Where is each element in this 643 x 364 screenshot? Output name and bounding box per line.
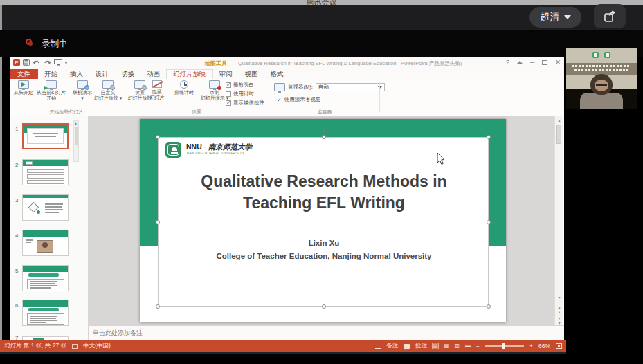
resize-handle-s[interactable] — [322, 304, 326, 309]
svg-text:P: P — [15, 60, 18, 66]
presenter-view-checkbox[interactable]: ✓ 使用演示者视图 — [277, 96, 320, 103]
slide-thumbnail-5[interactable] — [22, 265, 69, 291]
comments-icon[interactable] — [404, 344, 410, 349]
thumbnail-scrollbar[interactable] — [73, 120, 79, 162]
slide-editor-area: NNU · 南京师范大学 NANJING NORMAL UNIVERSITY Q… — [89, 116, 554, 325]
from-beginning-icon — [18, 80, 29, 89]
slide-thumbnail-1[interactable] — [22, 123, 69, 149]
rehearse-timings-icon — [180, 80, 188, 89]
video-quality-button[interactable]: 超清 — [529, 7, 581, 28]
share-screen-button[interactable] — [594, 4, 626, 28]
slide-thumbnail-6[interactable] — [22, 300, 69, 326]
from-current-slide-button[interactable]: 从当前幻灯片 开始 — [36, 80, 66, 100]
slideshow-view-button[interactable]: ▬ — [465, 343, 471, 349]
banner-text-line — [574, 69, 628, 71]
next-slide-button[interactable]: ▾▾ — [555, 316, 563, 325]
play-narrations-checkbox[interactable]: 播放旁白 — [226, 82, 254, 89]
notes-toggle[interactable]: 备注 — [386, 342, 398, 350]
help-button[interactable]: ? — [506, 59, 509, 66]
tab-format[interactable]: 格式 — [264, 69, 290, 79]
restore-button[interactable] — [542, 60, 547, 65]
notes-placeholder: 单击此处添加备注 — [93, 329, 143, 338]
participant-shoulders — [580, 93, 623, 109]
resize-handle-e[interactable] — [487, 220, 491, 224]
participant-video[interactable] — [566, 48, 637, 109]
from-beginning-button[interactable]: 从头开始 — [10, 80, 37, 95]
powerpoint-window: P ▾ 绘图工具 Qualitative Research in Teachin… — [10, 57, 564, 340]
custom-slideshow-button[interactable]: 自定义 幻灯片放映 ▾ — [93, 80, 123, 100]
tab-home[interactable]: 开始 — [38, 69, 64, 79]
slide-area-scrollbar[interactable]: ▴ ▾ ▴▴ ▾▾ — [554, 116, 563, 325]
spellcheck-icon[interactable] — [72, 344, 78, 349]
recording-icon — [26, 39, 32, 45]
screen: 腾讯会议 超清 录制中 P — [0, 0, 643, 364]
zoom-slider[interactable] — [485, 345, 524, 347]
open-window-icon — [603, 10, 617, 24]
tab-slideshow[interactable]: 幻灯片放映 — [166, 69, 213, 79]
meeting-title: 腾讯会议 — [307, 0, 337, 5]
slide-thumbnail-4[interactable] — [22, 230, 69, 256]
language-status[interactable]: 中文(中国) — [83, 342, 111, 350]
slide-canvas[interactable]: NNU · 南京师范大学 NANJING NORMAL UNIVERSITY Q… — [140, 119, 506, 322]
reading-view-button[interactable]: ▥ — [454, 343, 460, 349]
use-timings-checkbox[interactable]: 使用计时 — [226, 91, 254, 98]
recording-status[interactable]: 录制中 — [42, 38, 68, 50]
slide-thumbnail-3[interactable] — [22, 194, 69, 221]
resize-handle-w[interactable] — [156, 220, 160, 224]
tab-view[interactable]: 视图 — [239, 69, 264, 79]
resize-handle-sw[interactable] — [156, 304, 160, 309]
minimize-button[interactable]: ─ — [530, 59, 534, 66]
zoom-level[interactable]: 66% — [538, 343, 550, 349]
zoom-out-button[interactable]: − — [476, 343, 480, 349]
present-online-icon — [77, 80, 88, 89]
ppt-statusbar: 幻灯片 第 1 张, 共 27 张 中文(中国) 备注 批注 ▤ ▦ ▥ ▬ −… — [0, 340, 566, 352]
zoom-in-button[interactable]: + — [529, 343, 533, 349]
banner-logo-icon — [604, 52, 610, 58]
powerpoint-icon[interactable]: P — [13, 59, 20, 66]
tab-file[interactable]: 文件 — [10, 69, 38, 79]
ppt-window-title: Qualitative Research in Teaching EFL Wri… — [238, 60, 462, 67]
drawing-tools-context-label: 绘图工具 — [205, 60, 227, 67]
show-media-controls-checkbox[interactable]: 显示媒体控件 — [226, 100, 264, 107]
ribbon-options-button[interactable] — [517, 61, 523, 64]
notes-toggle-icon[interactable] — [375, 344, 381, 349]
tab-insert[interactable]: 插入 — [64, 69, 89, 79]
resize-handle-se[interactable] — [487, 304, 491, 309]
scroll-down-icon[interactable]: ▾ — [555, 295, 563, 300]
monitor-select[interactable]: 自动 — [316, 83, 385, 91]
check-icon: ✓ — [277, 97, 282, 103]
slide-sorter-view-button[interactable]: ▦ — [444, 343, 449, 349]
thumb-number: 6 — [15, 302, 18, 309]
resize-handle-ne[interactable] — [487, 135, 491, 139]
rotate-handle[interactable]: ↻ — [322, 127, 327, 134]
normal-view-button[interactable]: ▤ — [433, 343, 438, 349]
hide-slide-button[interactable]: 隐藏 幻灯片 — [144, 80, 170, 100]
hide-slide-icon — [152, 80, 162, 88]
redo-icon[interactable] — [44, 59, 51, 66]
close-button[interactable]: ✕ — [555, 59, 561, 66]
slide-title: Qualitative Research Methods in Teaching… — [159, 171, 489, 214]
start-from-beginning-icon[interactable] — [54, 59, 62, 66]
banner-text-line — [572, 65, 631, 67]
scrollbar-thumb[interactable] — [556, 125, 561, 144]
tab-transitions[interactable]: 切换 — [115, 69, 141, 79]
resize-handle-n[interactable] — [322, 135, 326, 139]
fit-to-window-button[interactable] — [556, 343, 562, 349]
zoom-slider-thumb[interactable] — [502, 343, 505, 349]
notes-pane[interactable]: 单击此处添加备注 — [89, 325, 564, 340]
save-icon[interactable] — [23, 59, 30, 66]
tab-animations[interactable]: 动画 — [141, 69, 166, 79]
scroll-up-icon[interactable]: ▴ — [555, 118, 563, 122]
undo-icon[interactable] — [33, 59, 41, 66]
monitor-group-label: 监视器 — [287, 109, 363, 116]
comments-toggle[interactable]: 批注 — [415, 342, 427, 350]
present-online-button[interactable]: 联机演示 ▾ — [69, 80, 96, 100]
qat-menu-caret-icon[interactable]: ▾ — [65, 60, 67, 65]
slide-thumbnail-2[interactable] — [22, 159, 69, 185]
rehearse-timings-button[interactable]: 排练计时 — [170, 80, 198, 95]
tab-review[interactable]: 审阅 — [213, 69, 239, 79]
chevron-down-icon — [564, 15, 571, 19]
tab-design[interactable]: 设计 — [89, 69, 115, 79]
resize-handle-nw[interactable] — [156, 135, 160, 139]
previous-slide-button[interactable]: ▴▴ — [555, 304, 563, 314]
